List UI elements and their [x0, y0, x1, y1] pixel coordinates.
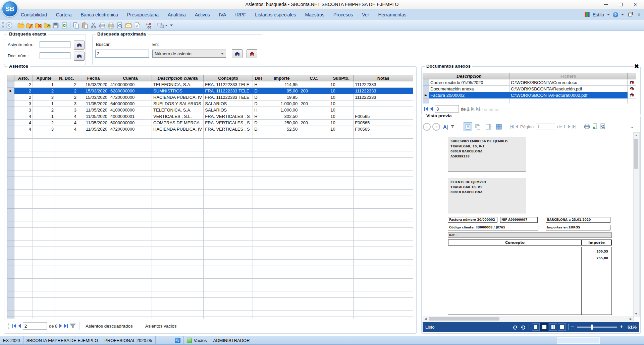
menu-item-listados-especiales[interactable]: Listados especiales [255, 12, 296, 17]
help-icon[interactable]: ? [613, 12, 618, 17]
forward-icon[interactable]: › [432, 123, 440, 131]
last-page-button[interactable] [64, 324, 68, 328]
approx-search-all-button[interactable] [247, 49, 257, 58]
next-page-button[interactable] [59, 324, 62, 328]
first-page-button[interactable] [424, 107, 428, 111]
menu-item-activos[interactable]: Activos [195, 12, 210, 17]
table-row[interactable] [7, 298, 413, 304]
table-row[interactable] [7, 158, 413, 164]
close-icon[interactable]: ✖ [634, 64, 640, 69]
menu-item-maestros[interactable]: Maestros [305, 12, 324, 17]
table-row[interactable] [7, 215, 413, 221]
delete-icon[interactable] [34, 21, 43, 30]
table-row[interactable] [7, 209, 413, 215]
menu-item-procesos[interactable]: Procesos [333, 12, 353, 17]
scroll-left-icon[interactable]: ◀ [423, 316, 428, 321]
grid-view-icon[interactable] [558, 323, 566, 331]
table-row[interactable]: 21215/03/20204100000000TELEFONICA, S.A.F… [7, 81, 413, 88]
email-icon[interactable] [124, 21, 133, 30]
one-page-icon[interactable] [464, 122, 472, 131]
scroll-right-icon[interactable]: ▶ [628, 316, 633, 321]
table-row[interactable] [423, 98, 636, 104]
paste-icon[interactable] [80, 21, 89, 30]
table-row[interactable]: 23215/03/20204720000000HACIENDA PÚBLICA,… [7, 94, 413, 100]
table-row[interactable] [7, 234, 413, 240]
table-row[interactable]: Documentación anexaC:\WORK\SBCONTA\Resol… [423, 86, 636, 92]
side-by-side-view-icon[interactable] [549, 323, 557, 331]
new-icon[interactable] [16, 21, 25, 30]
window-layout-icon[interactable] [156, 21, 165, 30]
table-row[interactable]: ▶Factura 20/00002C:\WORK\SBCONTA\Factura… [423, 92, 636, 98]
table-row[interactable] [7, 177, 413, 183]
menu-item-herramientas[interactable]: Herramientas [378, 12, 406, 17]
next-page-button[interactable] [568, 125, 571, 129]
doc-search-button[interactable] [74, 52, 85, 61]
first-page-button[interactable] [12, 324, 16, 328]
print-quick-icon[interactable] [107, 21, 115, 30]
cut-icon[interactable] [89, 21, 98, 30]
preview-viewport[interactable]: SBGESPRO EMPRESA DE EJEMPLO TRAFALGAR, 1… [423, 132, 634, 316]
table-row[interactable] [7, 228, 413, 234]
back-icon[interactable] [5, 21, 13, 30]
text-select-icon[interactable]: A| [443, 124, 448, 130]
help-caret-icon[interactable] [621, 14, 624, 15]
open-icon[interactable] [43, 21, 51, 30]
binoculars-icon[interactable] [628, 79, 636, 86]
table-row[interactable] [7, 285, 413, 291]
table-row[interactable]: 41411/05/20204000000001VERTICALES , S.L.… [7, 113, 413, 120]
prev-page-button[interactable] [18, 324, 21, 328]
menu-item-contabilidad[interactable]: Contabilidad [21, 12, 47, 17]
table-row[interactable] [7, 196, 413, 202]
table-row[interactable] [7, 279, 413, 285]
menu-item-presupuestaria[interactable]: Presupuestaria [127, 12, 159, 17]
menu-item-iva[interactable]: IVA [219, 12, 226, 17]
connection-icon[interactable]: ⇆ [172, 338, 183, 343]
estilo-menu[interactable]: Estilo [593, 12, 604, 17]
table-row[interactable] [7, 253, 413, 260]
filter-icon[interactable] [70, 323, 76, 329]
menu-item-cartera[interactable]: Cartera [56, 12, 72, 17]
zoom-in-icon[interactable]: + [620, 324, 623, 330]
pager-grip[interactable] [8, 323, 9, 329]
print-icon[interactable] [584, 123, 590, 130]
table-row[interactable]: 43411/05/20204720000000HACIENDA PÚBLICA,… [7, 126, 413, 132]
asientos-vacios-button[interactable]: Asientos vacios [143, 324, 179, 329]
asientos-table[interactable]: Asto.ApunteN. Doc.FechaCuentaDescripción… [7, 75, 414, 319]
page-setup-icon[interactable] [484, 122, 493, 131]
table-row[interactable]: 31311/05/20206400000000SUELDOS Y SALARIO… [7, 100, 413, 107]
multi-page-icon[interactable] [474, 122, 483, 131]
dropdown-icon[interactable]: ▾ [451, 125, 454, 128]
zoom-slider[interactable] [577, 327, 617, 328]
print-icon[interactable] [98, 21, 107, 30]
toolbar-options-icon[interactable]: ▾ [170, 24, 173, 27]
rotate-left-icon[interactable] [513, 324, 518, 330]
page-input[interactable] [435, 105, 459, 113]
two-page-view-icon[interactable] [540, 323, 548, 331]
table-row[interactable] [7, 317, 413, 319]
table-row[interactable] [7, 139, 413, 145]
back-icon[interactable]: ‹ [423, 123, 431, 131]
decimal-format-icon[interactable]: +.0.00 [145, 21, 153, 30]
table-row[interactable] [7, 151, 413, 158]
table-row[interactable] [7, 240, 413, 247]
table-row[interactable] [7, 291, 413, 298]
table-row[interactable] [7, 304, 413, 310]
export-icon[interactable] [592, 123, 598, 130]
menu-item-ver[interactable]: Ver [362, 12, 369, 17]
doc-num-input[interactable] [40, 52, 70, 59]
preview-icon[interactable] [115, 21, 124, 30]
save-icon[interactable] [51, 21, 60, 30]
preview-vscrollbar[interactable]: ▲ ▼ [633, 132, 640, 317]
preview-page-input[interactable] [536, 124, 555, 130]
table-row[interactable] [7, 272, 413, 279]
asiento-num-input[interactable] [40, 41, 70, 48]
scroll-down-icon[interactable]: ▼ [634, 311, 639, 316]
menu-item-irpf[interactable]: IRPF [235, 12, 246, 17]
table-row[interactable]: 42411/05/20206000000000COMPRAS DE MERCAF… [7, 120, 413, 126]
mdi-close-button[interactable]: × [636, 12, 642, 17]
table-row[interactable] [7, 183, 413, 190]
table-row[interactable]: 32311/05/20204100000000TELEFONICA, S.A.S… [7, 107, 413, 113]
table-row[interactable] [7, 266, 413, 272]
approx-search-button[interactable] [232, 49, 243, 58]
close-button[interactable]: × [628, 0, 643, 9]
